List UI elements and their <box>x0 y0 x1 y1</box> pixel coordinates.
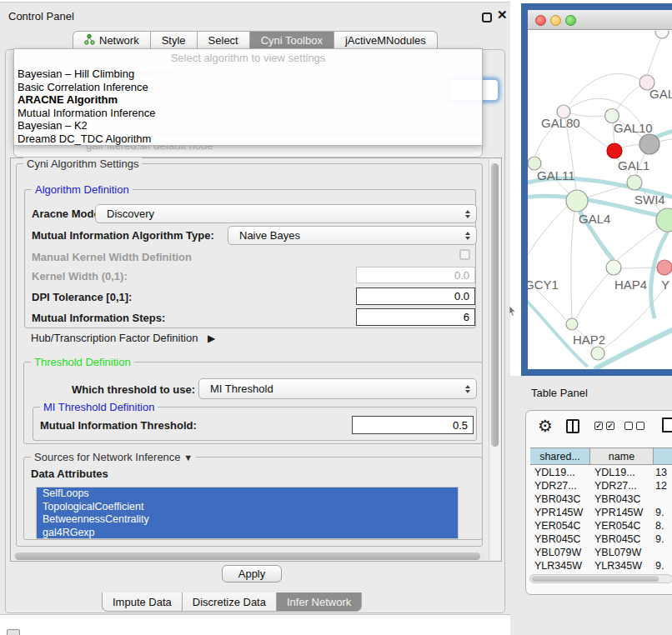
network-window-titlebar[interactable] <box>528 10 672 30</box>
node-label: GAL80 <box>541 116 580 130</box>
network-canvas[interactable]: GAL2 GAL80 GAL10 GAL1 GAL11 GAL4 SWI4 GC… <box>528 31 672 369</box>
collapsed-panel-icon[interactable] <box>7 629 20 635</box>
table-horizontal-scrollbar[interactable] <box>529 574 672 583</box>
cell: YDR27... <box>590 479 654 492</box>
checked-checkbox-icon[interactable]: ✓ <box>606 422 614 430</box>
unchecked-checkbox-icon[interactable] <box>624 422 633 430</box>
cyni-algorithm-settings-group: Cyni Algorithm Settings Algorithm Defini… <box>16 163 483 547</box>
table-row[interactable]: YDR27...YDR27...12 <box>530 479 672 492</box>
network-tab-icon <box>84 34 95 48</box>
node-label: Y <box>661 278 669 292</box>
float-window-icon[interactable] <box>482 12 492 22</box>
stepper-icon <box>465 232 470 240</box>
table-header-row: shared... name <box>530 448 672 465</box>
chevron-right-icon[interactable]: ▶ <box>208 332 215 344</box>
settings-horizontal-scrollbar[interactable] <box>13 552 485 560</box>
network-node-red[interactable] <box>607 143 622 158</box>
node-label: HAP4 <box>614 278 647 292</box>
control-panel-window: Control Panel ✕ Network Style <box>0 2 510 614</box>
apply-button[interactable]: Apply <box>222 565 282 582</box>
mi-steps-field[interactable]: 6 <box>356 308 475 326</box>
network-node[interactable] <box>591 347 604 360</box>
tab-network[interactable]: Network <box>73 31 151 49</box>
table-row[interactable]: YDL19...YDL19...13 <box>530 466 672 479</box>
bottom-tabbar: Impute Data Discretize Data Infer Networ… <box>102 592 362 612</box>
tab-cyni-toolbox[interactable]: Cyni Toolbox <box>249 31 334 49</box>
algorithm-option-selected[interactable]: ARACNE Algorithm <box>14 93 482 107</box>
tab-select[interactable]: Select <box>197 31 250 49</box>
tab-jactivemnodules[interactable]: jActiveMNodules <box>333 31 438 49</box>
attribute-item-selected[interactable]: BetweennessCentrality <box>37 513 458 527</box>
sources-group-title[interactable]: Sources for Network Inference ▼ <box>31 451 196 463</box>
network-node-gal4[interactable] <box>566 190 588 212</box>
table-row[interactable]: YPR145WYPR145W9. <box>530 506 672 519</box>
algorithm-option[interactable]: Mutual Information Inference <box>14 107 482 120</box>
gear-icon[interactable]: ⚙ <box>538 416 553 436</box>
sources-group: Sources for Network Inference ▼ Data Att… <box>23 457 483 540</box>
cell: YLR345W <box>590 559 654 572</box>
minimize-traffic-light-icon[interactable] <box>550 15 561 26</box>
column-header-shared[interactable]: shared... <box>530 448 590 464</box>
stepper-icon <box>465 385 470 393</box>
network-node-y[interactable] <box>657 260 672 275</box>
aracne-mode-combo[interactable]: Discovery <box>95 204 477 223</box>
unchecked-checkbox-icon[interactable] <box>636 422 644 430</box>
attribute-item-selected[interactable]: TopologicalCoefficient <box>37 501 458 514</box>
mi-threshold-field[interactable]: 0.5 <box>352 416 474 434</box>
network-node-gal1[interactable] <box>627 175 642 190</box>
network-node-gray[interactable] <box>639 134 659 154</box>
kernel-width-field[interactable]: 0.0 <box>356 267 475 283</box>
manual-kernel-label: Manual Kernel Width Definition <box>32 251 192 263</box>
which-threshold-value: MI Threshold <box>210 382 273 395</box>
cell: YBL079W <box>530 546 590 559</box>
attribute-item-selected[interactable]: gal4RGexp <box>37 527 458 540</box>
mi-type-value: Naive Bayes <box>239 229 300 242</box>
page-icon[interactable] <box>662 418 672 432</box>
dpi-tolerance-label: DPI Tolerance [0,1]: <box>32 291 132 303</box>
algorithm-option[interactable]: Bayesian – Hill Climbing <box>14 68 482 81</box>
checked-checkbox-icon[interactable]: ✓ <box>594 422 603 430</box>
hub-definition-toggle[interactable]: Hub/Transcription Factor Definition ▶ <box>31 332 215 344</box>
algorithm-option[interactable]: Dream8 DC_TDC Algorithm <box>14 132 482 146</box>
tab-infer-network[interactable]: Infer Network <box>276 592 362 612</box>
which-threshold-combo[interactable]: MI Threshold <box>198 378 477 399</box>
zoom-traffic-light-icon[interactable] <box>565 15 576 26</box>
table-row[interactable]: YBR045CYBR045C9. <box>530 532 672 546</box>
close-icon[interactable]: ✕ <box>497 8 508 22</box>
tab-style[interactable]: Style <box>150 31 198 49</box>
table-row[interactable]: YBR043CYBR043C <box>530 492 672 506</box>
network-node-hap2[interactable] <box>566 318 578 330</box>
manual-kernel-checkbox[interactable] <box>459 249 470 260</box>
network-node-hap4[interactable] <box>606 260 621 275</box>
algorithm-option[interactable]: Basic Correlation Inference <box>14 81 482 94</box>
cell: YBL079W <box>590 546 654 559</box>
tab-select-label: Select <box>208 34 238 47</box>
settings-vertical-scrollbar[interactable] <box>489 159 500 560</box>
algorithm-option[interactable]: Bayesian – K2 <box>14 119 482 132</box>
table-row[interactable]: YBL079WYBL079W <box>530 546 672 559</box>
chevron-down-icon[interactable]: ▼ <box>183 452 193 462</box>
table-row[interactable]: YER054CYER054C8. <box>530 519 672 532</box>
table-row[interactable]: YLR345WYLR345W9. <box>530 559 672 572</box>
column-header-third[interactable] <box>654 448 672 464</box>
tab-discretize-data[interactable]: Discretize Data <box>182 592 277 612</box>
data-attributes-list: SelfLoops TopologicalCoefficient Between… <box>36 487 459 539</box>
node-label: HAP2 <box>573 332 605 347</box>
threshold-definition-title: Threshold Definition <box>31 356 134 368</box>
dpi-tolerance-field[interactable]: 0.0 <box>356 288 475 305</box>
node-label: GAL2 <box>649 87 672 101</box>
tab-impute-data[interactable]: Impute Data <box>102 592 183 612</box>
columns-icon[interactable] <box>566 419 579 433</box>
mi-threshold-label: Mutual Information Threshold: <box>40 419 197 432</box>
algorithm-dropdown-popup: Select algorithm to view settings Bayesi… <box>13 48 483 146</box>
network-view-window[interactable]: GAL2 GAL80 GAL10 GAL1 GAL11 GAL4 SWI4 GC… <box>521 3 672 376</box>
network-node[interactable] <box>655 31 669 38</box>
attribute-item-selected[interactable]: SelfLoops <box>37 488 458 501</box>
tab-cyni-toolbox-label: Cyni Toolbox <box>261 34 323 47</box>
table-window: ⚙ ✓ ✓ shared... name YDL19...YDL19...13 … <box>525 410 672 595</box>
cell: YPR145W <box>590 506 654 519</box>
mi-type-combo[interactable]: Naive Bayes <box>228 226 477 245</box>
close-traffic-light-icon[interactable] <box>535 15 546 26</box>
cell: 9. <box>654 532 672 546</box>
column-header-name[interactable]: name <box>590 448 654 464</box>
